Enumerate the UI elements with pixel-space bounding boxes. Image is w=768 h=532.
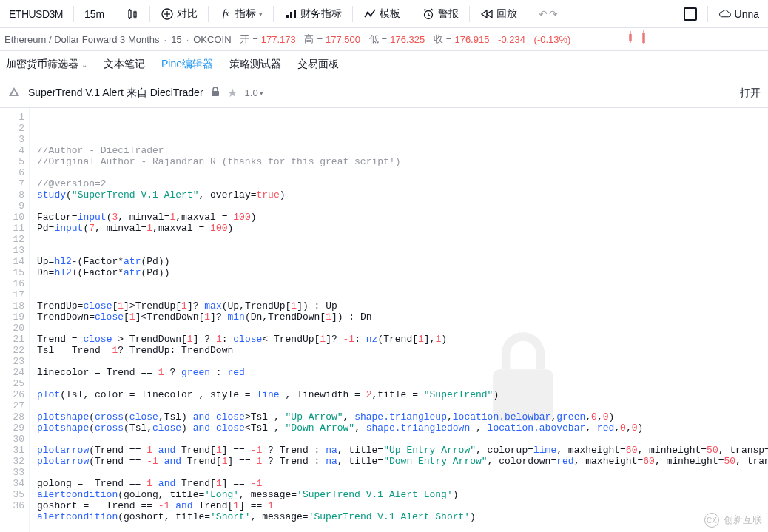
tab-pine-editor[interactable]: Pine编辑器 (161, 51, 213, 78)
compare-button[interactable]: 对比 (155, 0, 203, 27)
code-line[interactable] (37, 245, 768, 256)
code-line[interactable]: alertcondition(goshort, title='Short', m… (37, 511, 768, 522)
code-line[interactable]: Tsl = Trend==1? TrendUp: TrendDown (37, 345, 768, 356)
code-line[interactable]: Up=hl2-(Factor*atr(Pd)) (37, 256, 768, 267)
code-line[interactable]: TrendUp=close[1]>TrendUp[1]? max(Up,Tren… (37, 300, 768, 312)
code-line[interactable]: plotshape(cross(close,Tsl) and close>Tsl… (37, 411, 768, 422)
line-number: 34 (0, 478, 24, 489)
tab-notes[interactable]: 文本笔记 (104, 51, 145, 78)
low-value: 176.325 (390, 34, 425, 45)
layout-button[interactable] (678, 0, 703, 27)
line-number: 7 (0, 178, 24, 189)
code-line[interactable] (37, 278, 768, 289)
code-line[interactable]: plotarrow(Trend == 1 and Trend[1] == -1 … (37, 445, 768, 456)
code-line[interactable]: goshort = Trend == -1 and Trend[1] == 1 (37, 500, 768, 511)
line-number: 33 (0, 467, 24, 478)
line-number: 3 (0, 134, 24, 145)
code-line[interactable]: plotarrow(Trend == -1 and Trend[1] == 1 … (37, 456, 768, 467)
brand-logo-icon: CX (704, 513, 719, 528)
svg-rect-0 (129, 10, 131, 18)
line-number: 29 (0, 422, 24, 434)
line-number-gutter: 1234567891011121314151617181920212223242… (0, 108, 30, 532)
code-line[interactable]: Pd=input(7, minval=1,maxval = 100) (37, 223, 768, 234)
code-line[interactable]: golong = Trend == 1 and Trend[1] == -1 (37, 478, 768, 489)
code-line[interactable]: Factor=input(3, minval=1,maxval = 100) (37, 212, 768, 223)
line-number: 19 (0, 312, 24, 323)
indicators-button[interactable]: fx 指标 ▾ (213, 0, 269, 27)
code-line[interactable]: //Author - DieciTrader (37, 145, 768, 156)
line-number: 36 (0, 500, 24, 511)
tab-screener[interactable]: 加密货币筛选器 ⌄ (6, 51, 87, 78)
line-number: 31 (0, 445, 24, 456)
line-number: 4 (0, 145, 24, 156)
script-header: SuperTrend V.1 Alert 来自 DieciTrader ★ 1.… (0, 78, 768, 108)
change-value: -0.234 (498, 34, 525, 45)
indicators-label: 指标 (235, 7, 256, 21)
code-line[interactable] (37, 289, 768, 300)
line-number: 25 (0, 378, 24, 389)
code-line[interactable] (37, 234, 768, 245)
code-line[interactable] (37, 400, 768, 411)
code-line[interactable] (37, 356, 768, 367)
script-name: SuperTrend V.1 Alert 来自 DieciTrader (28, 87, 203, 100)
line-number: 18 (0, 300, 24, 312)
symbol-title: Ethereum / Dollar Forward 3 Months (4, 34, 160, 45)
chevron-down-icon: ▾ (259, 10, 263, 18)
line-number: 11 (0, 223, 24, 234)
lock-icon (211, 87, 220, 99)
code-line[interactable] (37, 167, 768, 178)
code-line[interactable]: TrendDown=close[1]<TrendDown[1]? min(Dn,… (37, 312, 768, 323)
code-line[interactable] (37, 467, 768, 478)
financials-button[interactable]: 财务指标 (278, 0, 348, 27)
line-number: 23 (0, 356, 24, 367)
code-line[interactable] (37, 323, 768, 334)
line-number: 26 (0, 389, 24, 400)
line-number: 20 (0, 323, 24, 334)
alerts-button[interactable]: 警报 (416, 0, 465, 27)
code-line[interactable] (37, 434, 768, 445)
chart-style-button[interactable] (120, 0, 145, 27)
star-icon[interactable]: ★ (227, 86, 238, 100)
redo-icon[interactable]: ↷ (549, 8, 558, 20)
code-line[interactable] (37, 522, 768, 532)
code-line[interactable]: linecolor = Trend == 1 ? green : red (37, 367, 768, 378)
code-line[interactable]: study("SuperTrend V.1 Alert", overlay=tr… (37, 189, 768, 201)
templates-button[interactable]: 模板 (357, 0, 406, 27)
tab-trading-panel[interactable]: 交易面板 (297, 51, 339, 78)
alarm-icon (422, 7, 435, 21)
code-line[interactable]: Trend = close > TrendDown[1] ? 1: close<… (37, 334, 768, 345)
version-selector[interactable]: 1.0 ▾ (245, 87, 263, 98)
replay-label: 回放 (496, 7, 517, 21)
svg-rect-11 (294, 10, 296, 18)
code-line[interactable]: plotshape(cross(Tsl,close) and close<Tsl… (37, 422, 768, 434)
line-number: 1 (0, 112, 24, 123)
code-area[interactable]: //Author - DieciTrader//Original Author … (30, 108, 768, 532)
line-number: 17 (0, 289, 24, 300)
line-number: 2 (0, 123, 24, 134)
interval-selector[interactable]: 15m (78, 0, 110, 27)
function-icon: fx (219, 7, 232, 21)
code-line[interactable]: alertcondition(golong, title='Long', mes… (37, 489, 768, 500)
code-line[interactable] (37, 378, 768, 389)
line-number: 22 (0, 345, 24, 356)
code-line[interactable]: //Original Author - Rajandran R (thanks … (37, 156, 768, 167)
undo-redo[interactable]: ↶ ↷ (533, 0, 564, 27)
pine-editor: 1234567891011121314151617181920212223242… (0, 108, 768, 532)
line-number: 35 (0, 489, 24, 500)
replay-button[interactable]: 回放 (474, 0, 523, 27)
save-cloud-button[interactable]: Unna (713, 0, 765, 27)
high-value: 177.500 (326, 34, 360, 45)
symbol-selector[interactable]: ETHUSD3M (3, 0, 69, 27)
line-number: 6 (0, 167, 24, 178)
open-button[interactable]: 打开 (740, 87, 761, 100)
undo-icon[interactable]: ↶ (539, 8, 548, 20)
high-label: 高 (304, 33, 314, 46)
code-line[interactable]: //@version=2 (37, 178, 768, 189)
code-line[interactable]: Dn=hl2+(Factor*atr(Pd)) (37, 267, 768, 278)
close-value: 176.915 (454, 34, 489, 45)
code-line[interactable] (37, 201, 768, 212)
tab-strategy-tester[interactable]: 策略测试器 (229, 51, 281, 78)
code-line[interactable]: plot(Tsl, color = linecolor , style = li… (37, 389, 768, 400)
line-number: 21 (0, 334, 24, 345)
svg-rect-27 (212, 91, 219, 96)
